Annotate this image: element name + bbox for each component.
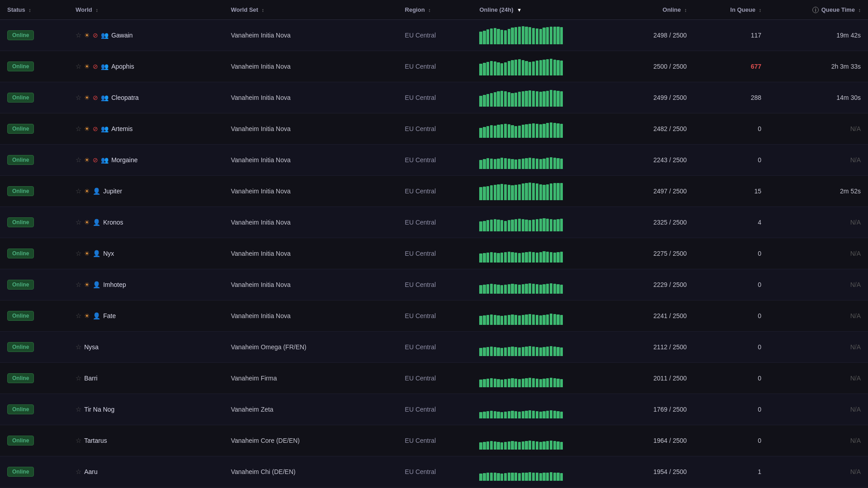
mini-chart <box>479 305 563 327</box>
table-row[interactable]: Online☆☀⊘👥MorgaineVanaheim Initia NovaEU… <box>0 145 868 176</box>
world-name[interactable]: Cleopatra <box>111 94 139 101</box>
worldset-cell: Vanaheim Chi (DE/EN) <box>224 456 398 488</box>
star-icon[interactable]: ☆ <box>75 374 81 382</box>
qtime-cell: N/A <box>769 300 868 332</box>
worldset-name: Vanaheim Core (DE/EN) <box>231 437 300 444</box>
mini-chart <box>479 211 563 233</box>
world-name[interactable]: Jupiter <box>103 188 122 195</box>
world-cell: ☆☀👤Nyx <box>68 238 224 269</box>
col-header-world[interactable]: World ↕ <box>68 0 224 20</box>
region-text: EU Central <box>405 156 436 164</box>
region-text: EU Central <box>405 219 436 226</box>
star-icon[interactable]: ☆ <box>75 436 81 445</box>
qtime-value: N/A <box>850 343 861 351</box>
table-row[interactable]: Online☆☀👤ImhotepVanaheim Initia NovaEU C… <box>0 269 868 300</box>
col-header-qtime[interactable]: i Queue Time ↕ <box>769 0 868 20</box>
world-name[interactable]: Kronos <box>103 219 123 226</box>
table-row[interactable]: Online☆☀⊘👥CleopatraVanaheim Initia NovaE… <box>0 82 868 113</box>
world-name[interactable]: Barri <box>84 375 98 382</box>
online24h-cell <box>472 207 607 238</box>
world-name[interactable]: Artemis <box>111 125 132 132</box>
group-icon: 👥 <box>101 156 108 164</box>
col-qtime-label: Queue Time <box>821 6 855 13</box>
table-row[interactable]: Online☆TartarusVanaheim Core (DE/EN)EU C… <box>0 425 868 456</box>
qtime-cell: 19m 42s <box>769 20 868 51</box>
col-region-sort-icon: ↕ <box>428 7 431 13</box>
table-row[interactable]: Online☆☀⊘👥GawainVanaheim Initia NovaEU C… <box>0 20 868 51</box>
status-badge: Online <box>7 280 34 290</box>
col-online24-label: Online (24h) <box>479 6 513 13</box>
table-row[interactable]: Online☆☀⊘👥ApophisVanaheim Initia NovaEU … <box>0 51 868 82</box>
status-cell: Online <box>0 176 68 207</box>
table-row[interactable]: Online☆AaruVanaheim Chi (DE/EN)EU Centra… <box>0 456 868 488</box>
online-cell: 2500 / 2500 <box>607 51 694 82</box>
col-header-status[interactable]: Status ↕ <box>0 0 68 20</box>
star-icon[interactable]: ☆ <box>75 94 81 102</box>
world-name[interactable]: Gawain <box>111 32 132 39</box>
col-header-online24[interactable]: Online (24h) ▼ <box>472 0 607 20</box>
table-row[interactable]: Online☆☀👤JupiterVanaheim Initia NovaEU C… <box>0 176 868 207</box>
table-row[interactable]: Online☆BarriVanaheim FirmaEU Central2011… <box>0 363 868 394</box>
mini-chart <box>479 461 563 483</box>
star-icon[interactable]: ☆ <box>75 405 81 413</box>
worldset-cell: Vanaheim Omega (FR/EN) <box>224 332 398 363</box>
qtime-value: N/A <box>850 156 861 164</box>
world-name[interactable]: Nyx <box>103 250 114 257</box>
table-row[interactable]: Online☆NysaVanaheim Omega (FR/EN)EU Cent… <box>0 332 868 363</box>
person-icon: 👤 <box>93 250 100 257</box>
star-icon[interactable]: ☆ <box>75 187 81 195</box>
world-name[interactable]: Nysa <box>84 343 99 351</box>
star-icon[interactable]: ☆ <box>75 312 81 320</box>
inqueue-count: 0 <box>758 281 761 288</box>
group-icon: 👥 <box>101 63 108 70</box>
mini-chart <box>479 87 563 108</box>
status-cell: Online <box>0 51 68 82</box>
qtime-cell: N/A <box>769 269 868 300</box>
world-name[interactable]: Apophis <box>111 63 134 70</box>
online-count: 1964 / 2500 <box>653 437 687 444</box>
star-icon[interactable]: ☆ <box>75 249 81 258</box>
status-cell: Online <box>0 269 68 300</box>
star-icon[interactable]: ☆ <box>75 468 81 476</box>
online-count: 2497 / 2500 <box>653 188 687 195</box>
world-name[interactable]: Tir Na Nog <box>84 406 114 413</box>
star-icon[interactable]: ☆ <box>75 62 81 70</box>
star-icon[interactable]: ☆ <box>75 343 81 351</box>
online-cell: 2482 / 2500 <box>607 113 694 145</box>
star-icon[interactable]: ☆ <box>75 218 81 226</box>
table-row[interactable]: Online☆Tir Na NogVanaheim ZetaEU Central… <box>0 394 868 425</box>
sun-icon: ☀ <box>84 250 90 257</box>
online-cell: 2243 / 2500 <box>607 145 694 176</box>
table-row[interactable]: Online☆☀👤KronosVanaheim Initia NovaEU Ce… <box>0 207 868 238</box>
table-row[interactable]: Online☆☀⊘👥ArtemisVanaheim Initia NovaEU … <box>0 113 868 145</box>
qtime-cell: N/A <box>769 238 868 269</box>
world-name[interactable]: Tartarus <box>84 437 107 444</box>
online-cell: 2229 / 2500 <box>607 269 694 300</box>
col-header-online[interactable]: Online ↕ <box>607 0 694 20</box>
world-cell: ☆Barri <box>68 363 224 394</box>
inqueue-cell: 677 <box>694 51 769 82</box>
mini-chart <box>479 24 563 46</box>
qtime-value: N/A <box>850 375 861 382</box>
world-name[interactable]: Aaru <box>84 468 98 475</box>
world-name[interactable]: Imhotep <box>103 281 126 288</box>
region-cell: EU Central <box>398 363 472 394</box>
mini-chart <box>479 243 563 264</box>
table-row[interactable]: Online☆☀👤FateVanaheim Initia NovaEU Cent… <box>0 300 868 332</box>
col-header-worldset[interactable]: World Set ↕ <box>224 0 398 20</box>
col-header-inqueue[interactable]: In Queue ↕ <box>694 0 769 20</box>
status-badge: Online <box>7 342 34 352</box>
star-icon[interactable]: ☆ <box>75 281 81 289</box>
star-icon[interactable]: ☆ <box>75 156 81 164</box>
online-cell: 1769 / 2500 <box>607 394 694 425</box>
mini-chart <box>479 336 563 358</box>
star-icon[interactable]: ☆ <box>75 31 81 39</box>
world-name[interactable]: Fate <box>103 312 116 319</box>
star-icon[interactable]: ☆ <box>75 125 81 133</box>
table-row[interactable]: Online☆☀👤NyxVanaheim Initia NovaEU Centr… <box>0 238 868 269</box>
world-name[interactable]: Morgaine <box>111 156 137 164</box>
online-count: 2011 / 2500 <box>653 375 687 382</box>
col-header-region[interactable]: Region ↕ <box>398 0 472 20</box>
qtime-cell: N/A <box>769 425 868 456</box>
online-count: 1769 / 2500 <box>653 406 687 413</box>
